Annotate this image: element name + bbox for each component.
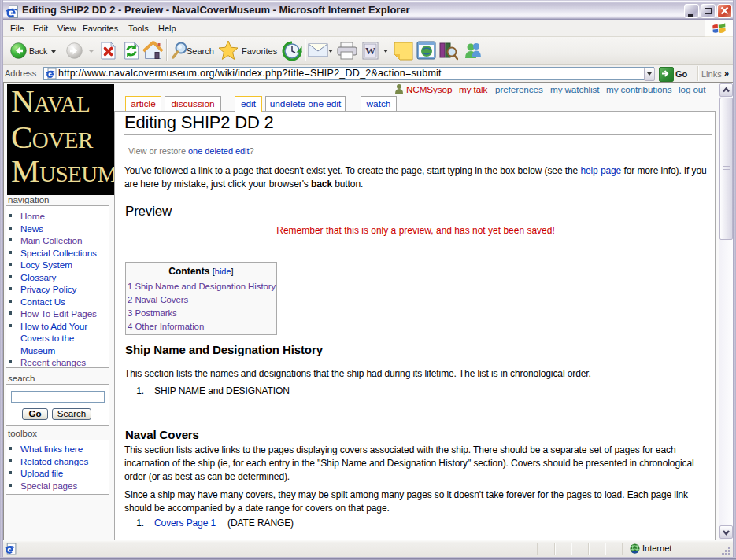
svg-text:W: W	[365, 45, 375, 57]
